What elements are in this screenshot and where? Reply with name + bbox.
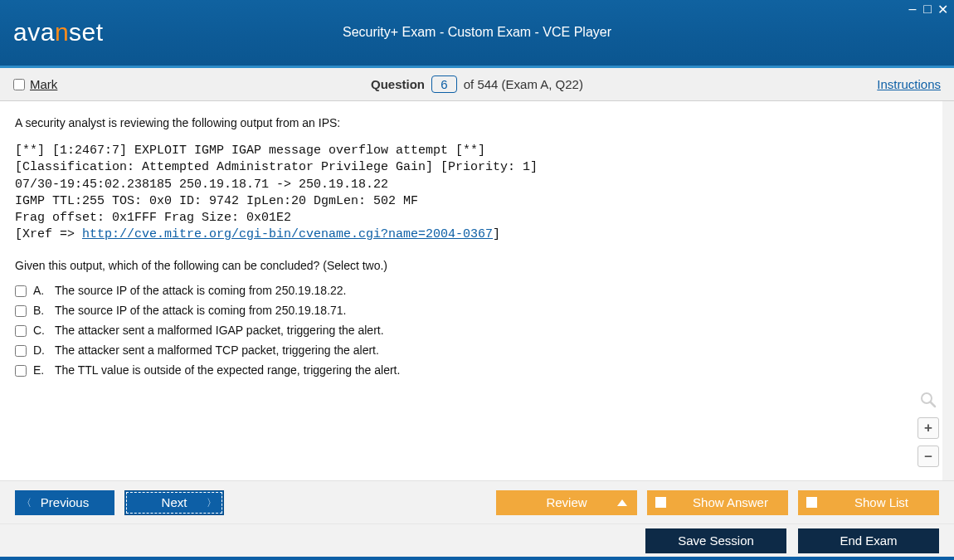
answer-text: The TTL value is outside of the expected… <box>55 363 400 377</box>
answer-list: A.The source IP of the attack is coming … <box>15 284 927 377</box>
zoom-in-button[interactable]: + <box>917 417 939 439</box>
bottom-bar: Save Session End Exam <box>0 523 954 560</box>
question-total: of 544 (Exam A, Q22) <box>464 77 583 91</box>
chevron-right-icon: 〉 <box>207 495 217 509</box>
checkbox-icon[interactable] <box>655 497 666 508</box>
answer-letter: A. <box>33 284 48 297</box>
answer-row[interactable]: C.The attacker sent a malformed IGAP pac… <box>15 324 927 337</box>
svg-line-1 <box>931 402 935 407</box>
answer-checkbox[interactable] <box>15 305 27 317</box>
show-answer-button[interactable]: Show Answer <box>647 490 788 515</box>
button-label: Next <box>162 495 187 509</box>
window-title: Security+ Exam - Custom Exam - VCE Playe… <box>0 25 954 40</box>
show-list-button[interactable]: Show List <box>798 490 939 515</box>
answer-row[interactable]: A.The source IP of the attack is coming … <box>15 284 927 297</box>
log-line: [**] [1:2467:7] EXPLOIT IGMP IGAP messag… <box>15 144 485 158</box>
chevron-left-icon: 〈 <box>22 495 32 509</box>
question-number-box[interactable]: 6 <box>431 75 456 93</box>
answer-checkbox[interactable] <box>15 345 27 357</box>
question-content: A security analyst is reviewing the foll… <box>0 101 954 480</box>
save-session-button[interactable]: Save Session <box>645 528 786 553</box>
question-prompt: A security analyst is reviewing the foll… <box>15 116 927 129</box>
zoom-tools: + – <box>917 389 939 467</box>
button-label: Review <box>546 495 587 509</box>
log-line: Frag offset: 0x1FFF Frag Size: 0x01E2 <box>15 211 291 225</box>
magnifier-icon[interactable] <box>917 389 939 411</box>
cve-link[interactable]: http://cve.mitre.org/cgi-bin/cvename.cgi… <box>82 227 493 241</box>
close-icon[interactable]: ✕ <box>936 2 949 17</box>
log-line: IGMP TTL:255 TOS: 0x0 ID: 9742 IpLen:20 … <box>15 194 418 208</box>
answer-row[interactable]: B.The source IP of the attack is coming … <box>15 304 927 317</box>
previous-button[interactable]: 〈 Previous <box>15 490 114 515</box>
answer-letter: E. <box>33 363 48 377</box>
ips-output: [**] [1:2467:7] EXPLOIT IGMP IGAP messag… <box>15 143 927 244</box>
log-line: [Classification: Attempted Administrator… <box>15 160 538 174</box>
answer-text: The source IP of the attack is coming fr… <box>55 284 347 297</box>
minimize-icon[interactable]: – <box>906 2 919 17</box>
button-label: Show List <box>842 495 939 509</box>
maximize-icon[interactable]: □ <box>921 2 934 17</box>
answer-checkbox[interactable] <box>15 285 27 297</box>
triangle-up-icon <box>617 499 627 506</box>
button-label: Show Answer <box>691 495 788 509</box>
button-label: Previous <box>41 495 89 509</box>
zoom-out-button[interactable]: – <box>917 446 939 467</box>
next-button[interactable]: Next 〉 <box>124 490 224 515</box>
answer-checkbox[interactable] <box>15 325 27 337</box>
log-line: ] <box>493 227 500 241</box>
info-bar: Mark Question 6 of 544 (Exam A, Q22) Ins… <box>0 68 954 101</box>
answer-letter: C. <box>33 324 48 337</box>
answer-letter: B. <box>33 304 48 317</box>
answer-text: The attacker sent a malformed IGAP packe… <box>55 324 384 337</box>
log-line: [Xref => <box>15 227 82 241</box>
question-subprompt: Given this output, which of the followin… <box>15 259 927 272</box>
question-position: Question 6 of 544 (Exam A, Q22) <box>0 75 954 93</box>
end-exam-button[interactable]: End Exam <box>798 528 939 553</box>
answer-letter: D. <box>33 343 48 357</box>
question-word: Question <box>371 77 425 91</box>
answer-checkbox[interactable] <box>15 365 27 377</box>
nav-bar: 〈 Previous Next 〉 Review Show Answer Sho… <box>0 480 954 523</box>
log-line: 07/30-19:45:02.238185 250.19.18.71 -> 25… <box>15 178 388 192</box>
review-button[interactable]: Review <box>496 490 637 515</box>
answer-text: The attacker sent a malformed TCP packet… <box>55 343 379 357</box>
answer-row[interactable]: E.The TTL value is outside of the expect… <box>15 363 927 377</box>
answer-text: The source IP of the attack is coming fr… <box>55 304 347 317</box>
answer-row[interactable]: D.The attacker sent a malformed TCP pack… <box>15 343 927 357</box>
title-bar: – □ ✕ avanset Security+ Exam - Custom Ex… <box>0 0 954 68</box>
checkbox-icon[interactable] <box>806 497 817 508</box>
